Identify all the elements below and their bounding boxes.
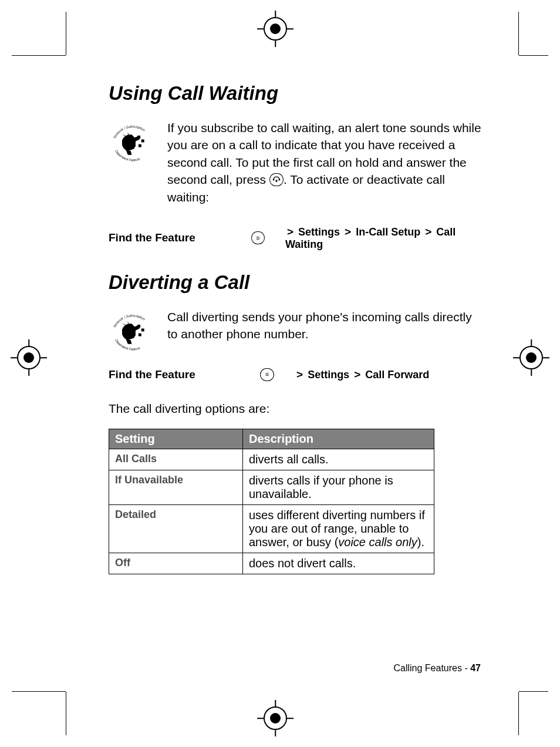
crop-mark: [519, 55, 548, 56]
table-row: Off does not divert calls.: [109, 553, 434, 574]
table-row: If Unavailable diverts calls if your pho…: [109, 470, 434, 504]
table-row: All Calls diverts all calls.: [109, 449, 434, 470]
page-footer: Calling Features - 47: [393, 663, 481, 674]
crop-mark: [12, 55, 66, 56]
table-row: Detailed uses different diverting number…: [109, 504, 434, 553]
crop-mark: [519, 691, 548, 692]
crop-mark: [66, 692, 66, 735]
call-key-icon: [269, 173, 284, 186]
registration-mark-icon: [18, 346, 40, 369]
registration-mark-icon: [520, 346, 542, 369]
svg-rect-12: [139, 334, 141, 337]
crop-mark: [12, 691, 66, 692]
divert-call-body: Call diverting sends your phone's incomi…: [167, 308, 484, 348]
svg-rect-10: [137, 325, 140, 328]
registration-mark-icon: [264, 707, 286, 729]
svg-point-6: [278, 179, 280, 180]
menu-key-icon: ≡: [251, 231, 265, 244]
svg-rect-3: [141, 139, 144, 142]
menu-key-icon: ≡: [260, 368, 274, 381]
svg-point-7: [275, 180, 278, 182]
crop-mark: [66, 12, 66, 55]
crop-mark: [518, 12, 519, 55]
heading-call-waiting: Using Call Waiting: [109, 82, 484, 105]
find-feature-label: Find the Feature: [109, 231, 251, 244]
network-dependent-feature-icon: Network / Subscription Dependent Feature: [109, 308, 157, 356]
registration-mark-icon: [264, 18, 286, 40]
table-intro-text: The call diverting options are:: [109, 402, 484, 416]
call-waiting-body: If you subscribe to call waiting, an ale…: [167, 119, 484, 206]
crop-mark: [518, 692, 519, 735]
svg-rect-4: [139, 144, 141, 147]
svg-rect-11: [141, 328, 144, 331]
divert-options-table: Setting Description All Calls diverts al…: [109, 429, 434, 574]
network-dependent-feature-icon: Network / Subscription Dependent Feature: [109, 119, 157, 167]
svg-point-5: [273, 179, 275, 180]
heading-diverting-call: Diverting a Call: [109, 271, 484, 294]
svg-rect-2: [137, 136, 140, 139]
find-feature-label: Find the Feature: [109, 368, 260, 381]
menu-path-call-waiting: > Settings > In-Call Setup > Call Waitin…: [285, 226, 484, 251]
table-header-setting: Setting: [109, 429, 243, 449]
table-header-description: Description: [243, 429, 434, 449]
menu-path-call-forward: > Settings > Call Forward: [295, 368, 429, 381]
